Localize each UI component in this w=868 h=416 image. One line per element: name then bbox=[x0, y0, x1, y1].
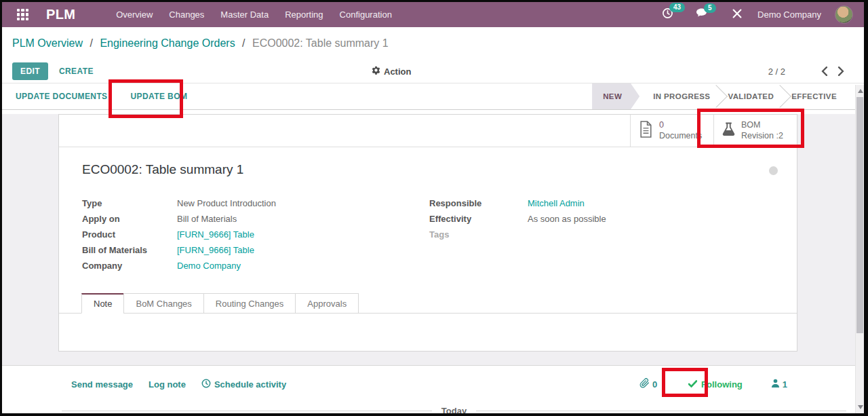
field-value-bom-link[interactable]: [FURN_9666] Table bbox=[177, 245, 254, 255]
field-value-product-link[interactable]: [FURN_9666] Table bbox=[177, 229, 254, 240]
field-value-effectivity: As soon as possible bbox=[528, 214, 606, 224]
field-value-type: New Product Introduction bbox=[177, 198, 276, 208]
date-divider: Today bbox=[62, 406, 846, 416]
follower-count: 1 bbox=[783, 379, 787, 390]
tab-approvals[interactable]: Approvals bbox=[295, 293, 359, 314]
field-column-left: Type New Product Introduction Apply on B… bbox=[82, 195, 429, 273]
log-note-button[interactable]: Log note bbox=[149, 379, 186, 390]
company-switcher[interactable]: Demo Company bbox=[757, 10, 821, 20]
activity-count-badge: 43 bbox=[669, 3, 685, 12]
tab-bom-changes[interactable]: BoM Changes bbox=[123, 293, 203, 314]
vertical-scrollbar[interactable] bbox=[855, 85, 864, 413]
menu-item-master-data[interactable]: Master Data bbox=[220, 10, 269, 20]
top-navbar: PLM Overview Changes Master Data Reporti… bbox=[2, 2, 864, 27]
attachments-button[interactable]: 0 bbox=[639, 378, 657, 390]
breadcrumb-current: ECO0002: Table summary 1 bbox=[252, 37, 389, 49]
schedule-clock-icon bbox=[201, 379, 211, 390]
stat-button-row: 0 Documents BOM Revision :2 bbox=[59, 115, 797, 147]
chatter-toolbar: Send message Log note Schedule activity … bbox=[71, 378, 787, 390]
field-value-responsible-link[interactable]: Mitchell Admin bbox=[528, 198, 585, 208]
notebook-tabs: Note BoM Changes Routing Changes Approva… bbox=[59, 293, 797, 314]
field-label-effectivity: Effectivity bbox=[429, 214, 528, 224]
chatter-right-tools: 0 Following 1 bbox=[639, 378, 787, 390]
tab-note[interactable]: Note bbox=[81, 293, 124, 314]
pager-next-icon[interactable] bbox=[833, 65, 849, 77]
activity-menu-button[interactable]: 43 bbox=[662, 7, 673, 22]
breadcrumb-link-eco-list[interactable]: Engineering Change Orders bbox=[100, 37, 235, 49]
stage-chevron-icon bbox=[705, 85, 728, 108]
field-label-tags: Tags bbox=[429, 229, 528, 240]
documents-label: Documents bbox=[659, 131, 702, 142]
schedule-activity-label: Schedule activity bbox=[214, 379, 286, 390]
breadcrumb-separator: / bbox=[242, 37, 245, 49]
following-button[interactable]: Following bbox=[688, 379, 743, 390]
messages-menu-button[interactable]: 5 bbox=[696, 8, 709, 21]
send-message-button[interactable]: Send message bbox=[71, 379, 133, 390]
bom-revision-stat-button[interactable]: BOM Revision :2 bbox=[713, 115, 797, 147]
flask-icon bbox=[722, 122, 735, 139]
record-title: ECO0002: Table summary 1 bbox=[82, 162, 797, 177]
field-value-apply-on: Bill of Materials bbox=[177, 214, 237, 224]
documents-count: 0 bbox=[659, 120, 702, 131]
followers-button[interactable]: 1 bbox=[771, 379, 787, 390]
stage-pipeline: NEW IN PROGRESS VALIDATED EFFECTIVE bbox=[592, 83, 864, 109]
messages-count-badge: 5 bbox=[704, 3, 716, 13]
tab-routing-changes[interactable]: Routing Changes bbox=[203, 293, 296, 314]
pager-previous-icon[interactable] bbox=[816, 65, 833, 77]
scrollbar-up-arrow-icon[interactable] bbox=[858, 89, 863, 93]
field-grid: Type New Product Introduction Apply on B… bbox=[82, 195, 797, 273]
field-column-right: Responsible Mitchell Admin Effectivity A… bbox=[429, 195, 768, 273]
scrollbar-thumb[interactable] bbox=[856, 97, 863, 333]
statusbar: UPDATE DOCUMENTS UPDATE BOM NEW IN PROGR… bbox=[2, 83, 864, 110]
kanban-state-dot[interactable] bbox=[769, 166, 778, 175]
menu-item-overview[interactable]: Overview bbox=[116, 10, 153, 20]
plm-app-window: PLM Overview Changes Master Data Reporti… bbox=[0, 0, 868, 416]
gear-icon bbox=[372, 66, 380, 77]
field-row-effectivity: Effectivity As soon as possible bbox=[429, 211, 768, 227]
field-row-tags: Tags bbox=[429, 227, 768, 242]
statusbar-buttons: UPDATE DOCUMENTS UPDATE BOM bbox=[2, 92, 187, 101]
update-documents-button[interactable]: UPDATE DOCUMENTS bbox=[16, 92, 108, 101]
date-divider-label: Today bbox=[441, 406, 467, 416]
scrollbar-down-arrow-icon[interactable] bbox=[858, 405, 863, 409]
developer-tools-icon[interactable] bbox=[732, 8, 743, 22]
menu-item-reporting[interactable]: Reporting bbox=[285, 10, 323, 20]
check-icon bbox=[688, 379, 697, 390]
person-icon bbox=[771, 379, 780, 390]
field-label-bom: Bill of Materials bbox=[82, 245, 177, 255]
user-avatar[interactable] bbox=[835, 5, 853, 24]
apps-menu-icon[interactable] bbox=[17, 9, 28, 20]
stage-effective[interactable]: EFFECTIVE bbox=[782, 92, 846, 100]
bom-button-line2: Revision :2 bbox=[741, 131, 783, 142]
stage-chevron-icon bbox=[768, 85, 791, 108]
stage-new[interactable]: NEW bbox=[592, 83, 639, 109]
bom-button-line1: BOM bbox=[741, 120, 783, 131]
field-row-company: Company Demo Company bbox=[82, 258, 429, 273]
update-bom-button[interactable]: UPDATE BOM bbox=[131, 92, 188, 101]
menu-item-configuration[interactable]: Configuration bbox=[340, 10, 392, 20]
field-label-type: Type bbox=[82, 198, 177, 208]
chatter: Send message Log note Schedule activity … bbox=[2, 365, 864, 416]
edit-button[interactable]: EDIT bbox=[12, 62, 48, 80]
field-row-apply-on: Apply on Bill of Materials bbox=[82, 211, 429, 227]
field-row-type: Type New Product Introduction bbox=[82, 195, 429, 211]
breadcrumb: PLM Overview / Engineering Change Orders… bbox=[2, 27, 864, 60]
pager: 2 / 2 bbox=[768, 65, 849, 77]
pager-value: 2 / 2 bbox=[768, 67, 785, 77]
note-tab-content[interactable] bbox=[59, 314, 797, 347]
eco-form-sheet: 0 Documents BOM Revision :2 ECO0002: Tab… bbox=[58, 114, 797, 352]
following-label: Following bbox=[701, 379, 743, 390]
field-row-product: Product [FURN_9666] Table bbox=[82, 227, 429, 242]
app-title[interactable]: PLM bbox=[46, 7, 75, 22]
field-value-company-link[interactable]: Demo Company bbox=[177, 261, 241, 271]
action-menu-button[interactable]: Action bbox=[372, 66, 411, 77]
breadcrumb-link-plm-overview[interactable]: PLM Overview bbox=[12, 37, 83, 49]
menu-item-changes[interactable]: Changes bbox=[169, 10, 204, 20]
document-icon bbox=[639, 121, 653, 140]
field-label-responsible: Responsible bbox=[429, 198, 528, 208]
form-view-background: 0 Documents BOM Revision :2 ECO0002: Tab… bbox=[2, 114, 864, 365]
breadcrumb-separator: / bbox=[90, 37, 92, 49]
create-button[interactable]: CREATE bbox=[59, 67, 94, 76]
documents-stat-button[interactable]: 0 Documents bbox=[630, 115, 713, 147]
schedule-activity-button[interactable]: Schedule activity bbox=[201, 379, 286, 390]
